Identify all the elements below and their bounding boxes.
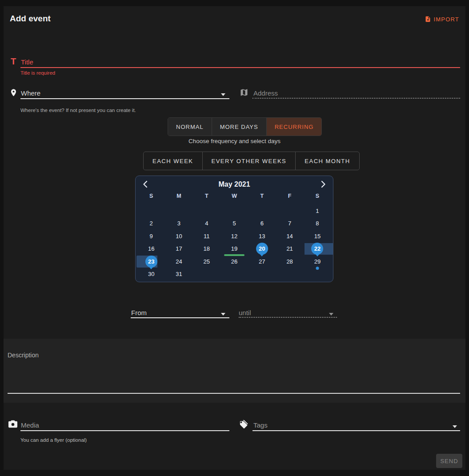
calendar-day-label: 8 [316,220,319,227]
calendar-day-30[interactable]: 30 [137,268,165,281]
calendar-day-23[interactable]: 23 [137,255,165,268]
calendar-day-15[interactable]: 15 [304,230,331,243]
calendar-day-label: 29 [314,258,321,265]
calendar-day-label: 25 [204,258,210,265]
calendar-next-month-icon[interactable] [321,180,326,190]
from-time-select[interactable]: From [131,309,147,316]
calendar-day-3[interactable]: 3 [165,217,192,230]
where-select[interactable]: Where [21,89,40,97]
calendar-day-25[interactable]: 25 [193,255,220,268]
calendar-day-16[interactable]: 16 [137,243,165,256]
calendar-day-27[interactable]: 27 [248,255,276,268]
day-header-tue: T [193,193,220,203]
calendar-day-19[interactable]: 19 [220,243,248,256]
calendar-day-label: 17 [176,245,182,252]
calendar-day-label: 13 [259,233,265,240]
calendar-day-29[interactable]: 29 [304,255,331,268]
calendar-day-12[interactable]: 12 [220,230,248,243]
calendar-day-label: 23 [145,256,157,268]
description-textarea[interactable]: Description [4,339,465,403]
until-dropdown-arrow-icon[interactable] [329,313,333,316]
frequency-button-group: EACH WEEK EVERY OTHER WEEKS EACH MONTH [143,152,360,170]
calendar-day-label: 12 [231,233,237,240]
event-type-tab-group: NORMAL MORE DAYS RECURRING [168,117,322,136]
calendar-day-13[interactable]: 13 [248,230,276,243]
calendar-day-10[interactable]: 10 [165,230,192,243]
frequency-each-month-button[interactable]: EACH MONTH [296,152,359,170]
calendar-day-empty [220,204,248,217]
calendar-day-label: 21 [286,245,293,252]
calendar-day-9[interactable]: 9 [137,230,165,243]
title-underline [20,67,460,68]
tab-more-days[interactable]: MORE DAYS [212,118,267,136]
title-icon: T [11,56,16,67]
calendar-day-1[interactable]: 1 [304,204,331,217]
calendar-day-empty [165,204,192,217]
calendar-day-2[interactable]: 2 [137,217,165,230]
file-import-icon [425,15,431,23]
from-dropdown-arrow-icon[interactable] [221,313,225,316]
calendar-day-4[interactable]: 4 [193,217,220,230]
calendar-day-26[interactable]: 26 [220,255,248,268]
calendar-day-empty [193,268,220,281]
calendar-day-8[interactable]: 8 [304,217,331,230]
calendar-week-row: 2345678 [137,217,333,230]
calendar-day-label: 15 [314,233,321,240]
calendar-day-label: 19 [231,245,237,252]
calendar-day-empty [248,268,276,281]
tags-icon [239,420,249,431]
until-time-select[interactable]: until [239,309,251,316]
calendar-day-14[interactable]: 14 [276,230,303,243]
map-icon [240,88,249,99]
title-input[interactable]: Title [21,58,33,66]
frequency-every-other-weeks-button[interactable]: EVERY OTHER WEEKS [203,152,296,170]
calendar-week-row: 23242526272829 [137,255,333,268]
calendar-day-empty [276,204,303,217]
calendar-day-label: 1 [316,208,319,214]
calendar-day-18[interactable]: 18 [193,243,220,256]
calendar: May 2021 S M T W T F S 12345678910111213… [135,176,333,282]
calendar-day-21[interactable]: 21 [276,243,303,256]
calendar-day-label: 27 [259,258,265,265]
frequency-each-week-button[interactable]: EACH WEEK [144,152,203,170]
tags-dropdown-arrow-icon[interactable] [453,425,457,428]
calendar-day-label: 24 [176,258,182,265]
calendar-day-17[interactable]: 17 [165,243,192,256]
day-header-sun: S [137,193,165,203]
calendar-day-label: 18 [204,245,210,252]
calendar-day-31[interactable]: 31 [165,268,192,281]
where-helper-text: Where's the event? If not present you ca… [20,108,136,113]
media-helper-text: You can add a flyer (optional) [20,437,87,443]
send-button[interactable]: SEND [436,454,462,468]
calendar-day-5[interactable]: 5 [220,217,248,230]
calendar-day-28[interactable]: 28 [276,255,303,268]
calendar-day-7[interactable]: 7 [276,217,303,230]
calendar-week-row: 16171819202122 [137,243,333,256]
calendar-month-title: May 2021 [136,180,333,188]
import-label: IMPORT [433,16,459,23]
calendar-day-20[interactable]: 20 [248,243,276,256]
calendar-day-label: 22 [311,243,323,255]
calendar-day-6[interactable]: 6 [248,217,276,230]
calendar-day-headers: S M T W T F S [137,193,333,203]
address-input[interactable]: Address [253,89,278,97]
calendar-day-empty [193,204,220,217]
tags-select[interactable]: Tags [253,421,268,429]
calendar-day-label: 7 [288,220,291,227]
calendar-day-label: 20 [256,243,268,255]
calendar-day-label: 2 [150,220,153,227]
calendar-day-22[interactable]: 22 [304,243,331,256]
calendar-day-24[interactable]: 24 [165,255,192,268]
calendar-day-empty [137,204,165,217]
where-dropdown-arrow-icon[interactable] [221,93,225,96]
add-event-dialog: Add event IMPORT T Title Title is requir… [4,6,465,470]
day-header-wed: W [220,193,248,203]
calendar-grid: 1234567891011121314151617181920212223242… [137,204,333,280]
media-input[interactable]: Media [21,421,39,429]
calendar-day-11[interactable]: 11 [193,230,220,243]
tab-normal[interactable]: NORMAL [168,118,212,136]
calendar-day-empty [304,268,331,281]
import-button[interactable]: IMPORT [425,15,459,23]
calendar-day-label: 14 [286,233,293,240]
tab-recurring[interactable]: RECURRING [267,118,322,136]
